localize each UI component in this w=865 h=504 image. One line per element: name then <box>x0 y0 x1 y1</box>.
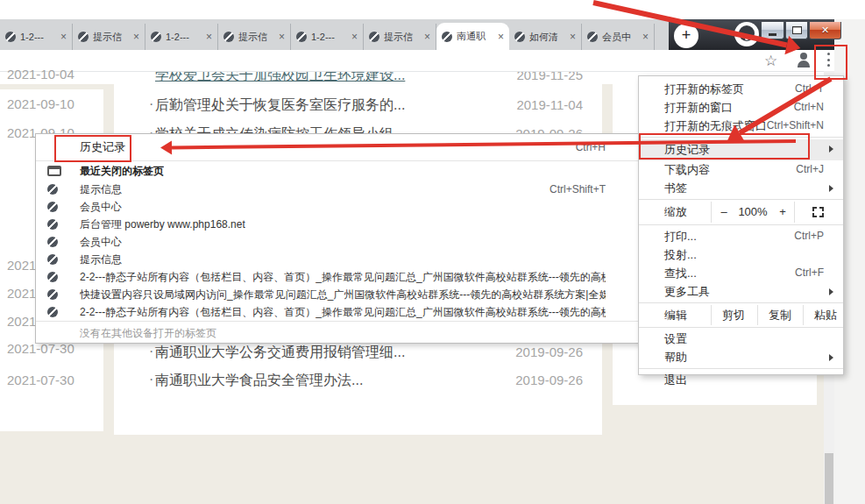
browser-tab[interactable]: 提示信 × <box>364 24 436 50</box>
close-window-button[interactable]: ✕ <box>809 22 841 39</box>
menu-item-label: 打印... <box>664 227 697 245</box>
article-row: · 后勤管理处关于恢复医务室医疗服务的... 2019-11-04 <box>114 96 602 116</box>
menu-item-label: 帮助 <box>664 348 687 366</box>
submenu-arrow-icon <box>829 146 833 153</box>
zoom-in-button[interactable]: + <box>775 202 791 223</box>
zoom-out-button[interactable]: – <box>716 202 732 223</box>
menu-item[interactable]: 打印... Ctrl+P <box>639 227 843 245</box>
submenu-arrow-icon <box>829 185 833 192</box>
tab-close-icon[interactable]: × <box>642 32 649 42</box>
favicon-globe-icon <box>47 307 58 317</box>
article-title-link[interactable]: 学校爱卫会关于加强校园卫生环境建设... <box>155 72 405 85</box>
tab-close-icon[interactable]: × <box>570 32 576 42</box>
tab-title: 提示信 <box>238 31 274 44</box>
menu-item-shortcut: Ctrl+Shift+N <box>767 117 824 135</box>
menu-separator <box>639 327 843 328</box>
tab-favicon-icon <box>78 32 89 42</box>
tab-close-icon[interactable]: × <box>206 32 212 42</box>
history-submenu: 历史记录 Ctrl+H 最近关闭的标签页 提示信息 Ctrl+Shift+T 会… <box>35 133 639 344</box>
menu-item[interactable]: 投射... <box>639 245 843 264</box>
history-menu-item[interactable]: 提示信息 <box>36 251 638 268</box>
tab-title: 1-2--- <box>311 32 347 42</box>
article-row: · 南通职业大学公务交通费用报销管理细... 2019-09-26 <box>114 344 602 363</box>
browser-tab[interactable]: 南通职 × <box>436 23 509 50</box>
tab-close-icon[interactable]: × <box>424 32 430 42</box>
browser-tab[interactable]: 提示信 × <box>218 24 291 50</box>
bookmark-star-icon[interactable]: ☆ <box>764 52 777 70</box>
bullet-icon: · <box>149 96 153 112</box>
menu-item[interactable]: 退出 <box>639 371 843 389</box>
history-item-label: 2-2---静态子站所有内容（包括栏目、内容、首页）_操作最常见问题汇总_广州国… <box>80 303 606 321</box>
menu-item[interactable]: 书签 <box>639 179 843 197</box>
article-title-link[interactable]: 南通职业大学公务交通费用报销管理细... <box>155 344 405 362</box>
article-title-link[interactable]: 后勤管理处关于恢复医务室医疗服务的... <box>155 96 405 115</box>
history-menu-item[interactable]: 快捷设置内容只设局域网内访问_操作最常见问题汇总_广州国微软件高校站群系统---… <box>36 286 638 303</box>
menu-separator <box>639 199 843 200</box>
menu-item-label: 更多工具 <box>664 282 710 301</box>
favicon-globe-icon <box>47 184 58 195</box>
annotation-box-menu-button <box>814 45 847 80</box>
edit-label: 编辑 <box>664 305 687 325</box>
post-date: 2021-10-04 <box>7 67 74 82</box>
history-menu-item[interactable]: 会员中心 <box>36 233 638 251</box>
history-menu-item[interactable]: 提示信息 Ctrl+Shift+T <box>36 181 638 198</box>
browser-tab[interactable]: 会员中 × <box>582 24 655 50</box>
article-date: 2019-09-26 <box>515 373 583 387</box>
tab-close-icon[interactable]: × <box>498 32 504 42</box>
history-menu-item[interactable]: 会员中心 <box>36 198 638 216</box>
browser-tab[interactable]: 1-2--- × <box>291 24 364 50</box>
edit-row: 编辑 剪切 复制 粘贴 <box>639 305 843 325</box>
menu-item-label: 设置 <box>664 330 687 348</box>
tab-title: 南通职 <box>457 30 493 43</box>
menu-item[interactable]: 打开新的窗口 Ctrl+N <box>639 98 843 117</box>
history-menu-item[interactable]: 2-2---静态子站所有内容（包括栏目、内容、首页）_操作最常见问题汇总_广州国… <box>36 268 638 286</box>
browser-tab[interactable]: 1-2--- × <box>0 24 73 50</box>
browser-tab[interactable]: 如何清 × <box>509 24 582 50</box>
zoom-row: 缩放 – 100% + <box>639 202 843 223</box>
browser-tab[interactable]: 1-2--- × <box>145 24 218 50</box>
minimize-icon <box>769 33 776 36</box>
history-item-shortcut: Ctrl+Shift+T <box>549 181 606 198</box>
annotation-box-history-item <box>639 133 810 160</box>
history-item-label: 提示信息 <box>80 251 122 268</box>
history-item-label: 最近关闭的标签页 <box>80 161 164 181</box>
tab-favicon-icon <box>296 32 307 42</box>
submenu-arrow-icon <box>829 354 833 361</box>
favicon-globe-icon <box>47 289 58 300</box>
history-menu-item[interactable]: 后台管理 powerby www.php168.net <box>36 216 638 233</box>
favicon-globe-icon <box>47 272 58 282</box>
article-date: 2019-11-25 <box>516 72 583 82</box>
history-menu-item[interactable]: 2-2---静态子站所有内容（包括栏目、内容、首页）_操作最常见问题汇总_广州国… <box>36 303 638 321</box>
restore-icon <box>792 26 802 34</box>
bullet-icon: · <box>149 372 153 387</box>
copy-button[interactable]: 复制 <box>757 305 803 325</box>
zoom-level: 100% <box>733 202 773 223</box>
tab-title: 1-2--- <box>166 32 202 42</box>
menu-item[interactable]: 更多工具 <box>639 282 843 301</box>
menu-item-label: 投射... <box>664 245 697 264</box>
tab-title: 提示信 <box>93 31 129 44</box>
menu-item[interactable]: 帮助 <box>639 348 843 366</box>
tab-close-icon[interactable]: × <box>133 32 139 42</box>
fullscreen-button[interactable] <box>812 207 824 217</box>
scrollbar-thumb[interactable] <box>825 453 833 504</box>
paste-button[interactable]: 粘贴 <box>803 305 848 325</box>
browser-tab[interactable]: 提示信 × <box>73 24 145 50</box>
tab-close-icon[interactable]: × <box>279 32 285 42</box>
post-date: 2021-09-10 <box>7 96 74 111</box>
tab-close-icon[interactable]: × <box>351 32 358 42</box>
favicon-globe-icon <box>47 219 58 230</box>
article-title-link[interactable]: 南通职业大学食品安全管理办法... <box>155 372 363 390</box>
menu-item-label: 查找... <box>664 264 697 282</box>
menu-item[interactable]: 设置 <box>639 330 843 348</box>
cut-button[interactable]: 剪切 <box>711 305 756 325</box>
post-date: 2021 <box>7 258 36 273</box>
tab-favicon-icon <box>587 32 598 42</box>
tab-close-icon[interactable]: × <box>60 32 67 42</box>
menu-item[interactable]: 查找... Ctrl+F <box>639 264 843 282</box>
favicon-globe-icon <box>47 202 58 212</box>
menu-separator <box>639 368 843 369</box>
history-menu-item[interactable]: 最近关闭的标签页 <box>36 161 638 181</box>
menu-item[interactable]: 下载内容 Ctrl+J <box>639 160 843 179</box>
post-date: 2021 <box>7 314 36 329</box>
